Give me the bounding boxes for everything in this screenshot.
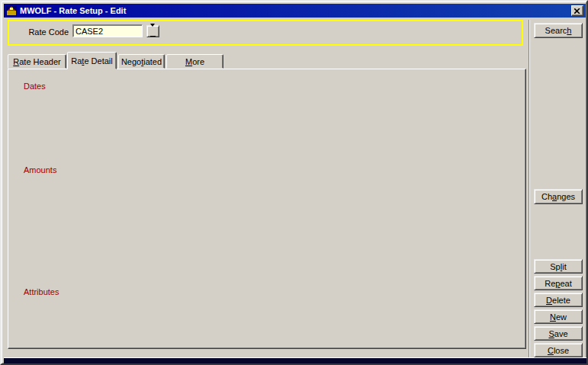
amounts-group-title: Amounts <box>21 166 59 174</box>
button-label: New <box>550 312 567 322</box>
button-label: Search <box>545 26 572 35</box>
changes-button[interactable]: Changes <box>534 189 583 204</box>
save-button[interactable]: Save <box>534 326 583 341</box>
delete-button[interactable]: Delete <box>534 293 583 307</box>
window-title: MWOLF - Rate Setup - Edit <box>20 6 126 15</box>
split-button[interactable]: Split <box>534 259 583 274</box>
button-label: Delete <box>546 296 570 305</box>
button-label: Changes <box>541 192 575 201</box>
repeat-button[interactable]: Repeat <box>534 276 583 290</box>
button-label: Split <box>550 262 566 271</box>
tab-label: Negotiated <box>121 57 162 66</box>
tab-label: More <box>185 57 204 66</box>
rate-code-label: Rate Code <box>23 27 69 37</box>
button-label: Save <box>548 329 567 338</box>
button-label: Repeat <box>545 279 571 288</box>
close-window-button[interactable] <box>571 5 583 16</box>
dropdown-arrow-icon <box>150 27 156 37</box>
rate-setup-window: MWOLF - Rate Setup - Edit Rate Code Rate… <box>0 0 588 365</box>
tab-negotiated[interactable]: Negotiated <box>118 54 165 69</box>
tab-content-pane <box>8 69 526 349</box>
tab-rate-detail[interactable]: Rate Detail <box>67 52 117 69</box>
panel-divider <box>529 20 530 357</box>
tab-label: Rate Detail <box>71 56 112 66</box>
rate-code-lov-button[interactable] <box>146 25 159 37</box>
bottom-dark-band <box>4 358 587 364</box>
tab-label: Rate Header <box>13 57 60 66</box>
title-bar[interactable]: MWOLF - Rate Setup - Edit <box>4 4 586 18</box>
tab-more[interactable]: More <box>166 54 223 69</box>
new-button[interactable]: New <box>534 309 583 324</box>
dates-group-title: Dates <box>21 82 48 91</box>
button-label: Close <box>548 346 569 355</box>
close-button[interactable]: Close <box>534 343 583 357</box>
tab-rate-header[interactable]: Rate Header <box>8 54 66 69</box>
app-icon <box>6 5 17 16</box>
close-icon <box>574 8 580 14</box>
search-button[interactable]: Search <box>534 23 583 38</box>
attributes-group-title: Attributes <box>21 288 61 296</box>
rate-code-input[interactable] <box>72 24 143 37</box>
